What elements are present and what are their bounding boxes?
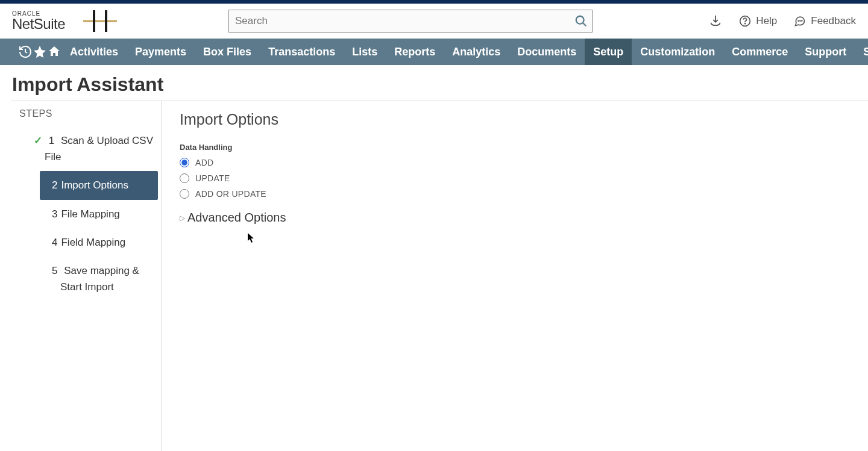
- radio-add-label[interactable]: ADD: [195, 158, 213, 167]
- step-2[interactable]: 2 Import Options: [40, 171, 158, 199]
- step-num: 3: [52, 206, 57, 222]
- content: STEPS ✓ 1 Scan & Upload CSV File 2 Impor…: [11, 101, 868, 451]
- history-icon[interactable]: [18, 39, 33, 65]
- search-wrap: [228, 10, 593, 33]
- step-label: Field Mapping: [61, 234, 125, 250]
- advanced-options-label: Advanced Options: [187, 211, 286, 225]
- radio-add-or-update-label[interactable]: ADD OR UPDATE: [195, 189, 266, 199]
- step-num: 2: [52, 177, 57, 193]
- logo-group: ORACLE NetSuite: [12, 10, 117, 32]
- nav-item-box-files[interactable]: Box Files: [195, 39, 260, 65]
- step-label: File Mapping: [61, 206, 119, 222]
- nav-item-customization[interactable]: Customization: [632, 39, 723, 65]
- feedback-button[interactable]: Feedback: [794, 15, 856, 27]
- radio-update-label[interactable]: UPDATE: [195, 173, 230, 183]
- help-button[interactable]: Help: [739, 15, 777, 27]
- nav-item-lists[interactable]: Lists: [344, 39, 386, 65]
- nav-item-documents[interactable]: Documents: [509, 39, 585, 65]
- nav-item-transactions[interactable]: Transactions: [260, 39, 344, 65]
- main-panel: Import Options Data Handling ADD UPDATE …: [162, 101, 868, 451]
- search-input[interactable]: [228, 10, 593, 33]
- step-3[interactable]: 3 File Mapping: [11, 200, 161, 228]
- home-icon[interactable]: [47, 39, 61, 65]
- nav-item-reports[interactable]: Reports: [386, 39, 444, 65]
- nav-item-setup[interactable]: Setup: [585, 39, 632, 65]
- step-1[interactable]: ✓ 1 Scan & Upload CSV File: [11, 126, 161, 171]
- step-num: 5: [52, 265, 57, 276]
- steps-panel: STEPS ✓ 1 Scan & Upload CSV File 2 Impor…: [11, 101, 162, 451]
- step-label: Scan & Upload CSV File: [45, 135, 153, 163]
- header-right: Help Feedback: [709, 13, 856, 29]
- nav-item-suitesoc[interactable]: SuiteSoc: [855, 39, 868, 65]
- step-5[interactable]: 5 Save mapping & Start Import: [11, 257, 161, 301]
- svg-line-1: [583, 23, 587, 26]
- section-title: Import Options: [180, 111, 850, 128]
- svg-point-5: [800, 20, 800, 21]
- page-title: Import Assistant: [0, 65, 868, 101]
- svg-point-3: [745, 23, 746, 24]
- arrow-down-icon[interactable]: [709, 13, 722, 29]
- oracle-netsuite-logo[interactable]: ORACLE NetSuite: [12, 11, 65, 31]
- radio-add-or-update[interactable]: ADD OR UPDATE: [180, 189, 850, 199]
- search-icon[interactable]: [574, 14, 588, 28]
- help-label: Help: [756, 15, 777, 27]
- star-icon[interactable]: [33, 39, 47, 65]
- nav-item-support[interactable]: Support: [796, 39, 855, 65]
- svg-point-4: [798, 20, 799, 21]
- step-label: Import Options: [61, 177, 128, 193]
- company-logo[interactable]: [83, 10, 117, 32]
- nav-item-commerce[interactable]: Commerce: [723, 39, 796, 65]
- radio-update-input[interactable]: [180, 173, 189, 183]
- data-handling-radio-group: ADD UPDATE ADD OR UPDATE: [180, 158, 850, 199]
- radio-add-input[interactable]: [180, 158, 189, 167]
- header: ORACLE NetSuite: [0, 4, 868, 39]
- nav-item-payments[interactable]: Payments: [127, 39, 195, 65]
- feedback-label: Feedback: [811, 15, 856, 27]
- chat-icon: [794, 15, 806, 27]
- svg-point-6: [802, 20, 802, 21]
- chevron-right-icon: ▷: [180, 214, 185, 222]
- step-4[interactable]: 4 Field Mapping: [11, 228, 161, 257]
- step-num: 1: [49, 135, 54, 146]
- help-icon: [739, 15, 751, 27]
- nav-item-activities[interactable]: Activities: [61, 39, 127, 65]
- step-label: Save mapping & Start Import: [60, 265, 139, 293]
- step-num: 4: [52, 234, 57, 250]
- advanced-options-expander[interactable]: ▷ Advanced Options: [180, 211, 850, 225]
- steps-header: STEPS: [11, 108, 161, 126]
- nav-bar: Activities Payments Box Files Transactio…: [0, 39, 868, 65]
- radio-add[interactable]: ADD: [180, 158, 850, 167]
- logo-bottom-text: NetSuite: [12, 17, 65, 31]
- svg-point-0: [576, 16, 584, 24]
- data-handling-label: Data Handling: [180, 143, 850, 152]
- radio-update[interactable]: UPDATE: [180, 173, 850, 183]
- nav-item-analytics[interactable]: Analytics: [444, 39, 509, 65]
- radio-add-or-update-input[interactable]: [180, 189, 189, 199]
- check-icon: ✓: [34, 135, 42, 146]
